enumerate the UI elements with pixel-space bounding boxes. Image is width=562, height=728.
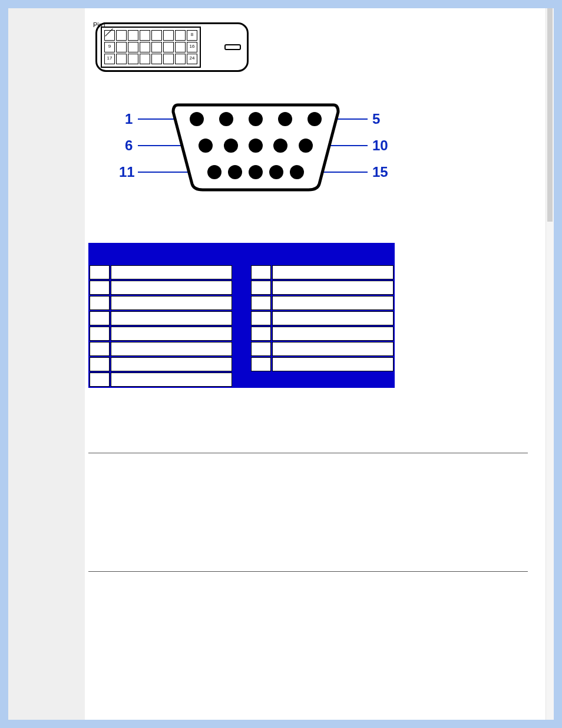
vga-connector-icon: 1 6 11 5 10 15: [114, 95, 397, 202]
cell-gap: [233, 296, 250, 310]
header-pin: [90, 244, 110, 264]
svg-point-16: [207, 165, 222, 179]
cell-assign: [111, 327, 232, 341]
cell-gap: [233, 357, 250, 371]
cell-pin: [251, 296, 271, 310]
cell-pin: [90, 296, 110, 310]
cell-gap: [272, 373, 394, 387]
dvi-shell-icon: 8 9 16 17: [95, 22, 249, 72]
cell-pin: [90, 281, 110, 295]
dvi-pin-cell: [175, 54, 186, 64]
vga-label-6: 6: [125, 137, 133, 153]
dvi-pin-cell: [116, 30, 127, 41]
table-row: [90, 281, 394, 295]
cell-assign: [272, 265, 394, 279]
svg-point-8: [249, 112, 263, 126]
cell-gap: [251, 373, 271, 387]
vga-label-1: 1: [125, 111, 133, 127]
header-assignment: [111, 244, 232, 264]
cell-pin: [90, 357, 110, 371]
cell-pin: [90, 327, 110, 341]
left-sidebar: [8, 8, 85, 720]
dvi-pin-cell: [128, 30, 138, 41]
cell-assign: [272, 327, 394, 341]
cell-pin: [251, 265, 271, 279]
cell-gap: [233, 311, 250, 325]
dvi-pin-cell: [163, 30, 174, 41]
cell-assign: [111, 265, 232, 279]
svg-point-6: [190, 112, 204, 126]
cell-gap: [233, 281, 250, 295]
dvi-pin-cell: [116, 54, 127, 64]
cell-pin: [90, 311, 110, 325]
cell-assign: [111, 357, 232, 371]
section-divider: [88, 571, 528, 572]
svg-point-15: [299, 139, 313, 153]
table-row: [90, 342, 394, 356]
table-row: [90, 311, 394, 325]
cell-assign: [111, 342, 232, 356]
dvi-grid-frame: 8 9 16 17: [101, 27, 201, 68]
scrollbar-vertical[interactable]: [546, 8, 554, 720]
table-row: [90, 357, 394, 371]
table-row: [90, 265, 394, 279]
svg-point-19: [269, 165, 283, 179]
table-row: [90, 373, 394, 387]
dvi-pin-cell: [175, 42, 186, 52]
cell-pin: [251, 311, 271, 325]
dvi-pin-cell: [151, 42, 162, 52]
cell-pin: [251, 281, 271, 295]
svg-point-11: [199, 139, 213, 153]
cell-gap: [233, 373, 250, 387]
dvi-pin-cell: [140, 42, 150, 52]
dvi-pin-cell: [163, 54, 174, 64]
svg-point-12: [224, 139, 238, 153]
vga-label-15: 15: [372, 164, 388, 180]
cell-assign: [272, 311, 394, 325]
vga-label-10: 10: [372, 137, 388, 153]
cell-gap: [233, 327, 250, 341]
dvi-connector-diagram: Pin1 8 9: [88, 22, 528, 72]
dvi-pin-cell: 17: [104, 54, 115, 64]
cell-gap: [233, 342, 250, 356]
table-row: [90, 296, 394, 310]
cell-pin: [90, 265, 110, 279]
cell-pin: [251, 342, 271, 356]
svg-point-9: [278, 112, 292, 126]
dvi-pin-cell: [175, 30, 186, 41]
vga-label-11: 11: [119, 164, 135, 180]
cell-gap: [233, 265, 250, 279]
cell-assign: [111, 296, 232, 310]
section-divider: [88, 453, 528, 453]
dvi-pin-cell: [140, 30, 150, 41]
svg-point-20: [290, 165, 304, 179]
scrollbar-thumb[interactable]: [547, 8, 553, 222]
header-pin2: [251, 244, 271, 264]
header-gap: [233, 244, 250, 264]
cell-pin: [90, 373, 110, 387]
svg-point-13: [249, 139, 263, 153]
dvi-pin-cell: [151, 30, 162, 41]
page-frame: Pin1 8 9: [8, 8, 554, 720]
cell-pin: [251, 327, 271, 341]
table-row: [90, 327, 394, 341]
cell-assign: [272, 296, 394, 310]
main-content: Pin1 8 9: [85, 8, 546, 720]
cell-assign: [111, 311, 232, 325]
svg-point-17: [228, 165, 242, 179]
dvi-pin-cell: [140, 54, 150, 64]
dvi-pin-grid: 8 9 16 17: [104, 30, 197, 64]
cell-assign: [272, 342, 394, 356]
dvi-pin-cell: [163, 42, 174, 52]
svg-point-18: [249, 165, 263, 179]
vga-label-5: 5: [372, 111, 380, 127]
dvi-ground-slot-icon: [224, 44, 241, 50]
vga-connector-diagram: 1 6 11 5 10 15: [114, 95, 528, 207]
svg-point-10: [308, 112, 322, 126]
dvi-pin-cell: 16: [187, 42, 197, 52]
pin-assignment-table: [88, 243, 395, 388]
cell-assign: [111, 373, 232, 387]
dvi-pin-cell: [128, 42, 138, 52]
dvi-pin-cell: 9: [104, 42, 115, 52]
svg-point-14: [273, 139, 287, 153]
